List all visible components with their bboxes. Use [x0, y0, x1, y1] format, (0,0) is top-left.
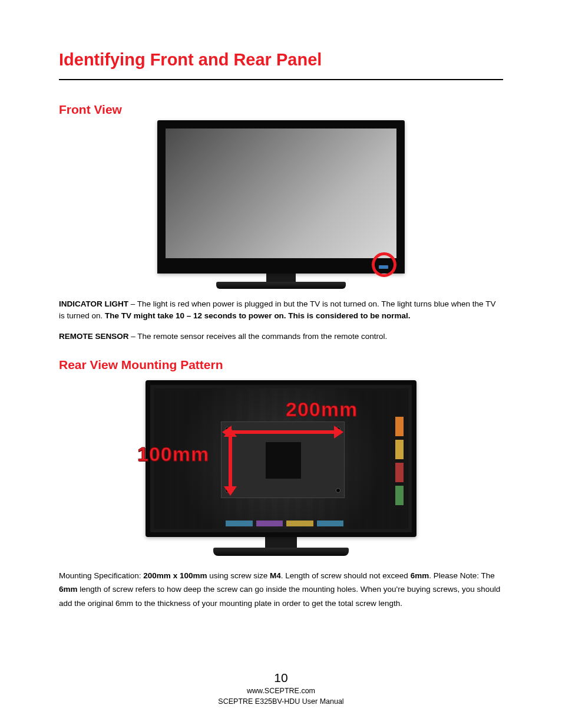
- page-footer: 10 www.SCEPTRE.com SCEPTRE E325BV-HDU Us…: [0, 671, 562, 707]
- side-ports: [395, 417, 404, 505]
- remote-sensor-label: REMOTE SENSOR: [59, 332, 129, 341]
- indicator-light-label: INDICATOR LIGHT: [59, 299, 128, 308]
- vertical-dimension-arrow-icon: [226, 433, 235, 490]
- spec-mid1: using screw size: [207, 571, 270, 580]
- spec-len1: 6mm: [411, 571, 429, 580]
- dimension-200mm-label: 200mm: [286, 398, 358, 421]
- dimension-100mm-label: 100mm: [137, 443, 209, 466]
- port-icon: [286, 521, 313, 526]
- tv-rear-stand-base: [213, 548, 349, 556]
- port-icon: [395, 440, 404, 459]
- spec-mid3: . Please Note: The: [429, 571, 495, 580]
- spec-suffix: length of screw refers to how deep the s…: [59, 585, 500, 608]
- front-view-figure: [59, 120, 503, 291]
- rear-view-heading: Rear View Mounting Pattern: [59, 358, 503, 372]
- spec-dims: 200mm x 100mm: [143, 571, 207, 580]
- tv-front-illustration: [157, 120, 405, 289]
- page-number: 10: [0, 671, 562, 685]
- tv-screen: [166, 129, 396, 258]
- port-icon: [395, 486, 404, 505]
- mount-inner-panel: [266, 442, 301, 479]
- rear-view-figure: 200mm 100mm: [59, 380, 503, 556]
- spec-screw: M4: [270, 571, 281, 580]
- remote-sensor-text: – The remote sensor receives all the com…: [129, 332, 388, 341]
- port-icon: [317, 521, 344, 526]
- port-icon: [395, 463, 404, 482]
- footer-url: www.SCEPTRE.com: [0, 686, 562, 697]
- title-divider: [59, 79, 503, 80]
- port-icon: [226, 521, 253, 526]
- tv-bottom-bar: [157, 258, 405, 274]
- bottom-ports: [226, 521, 343, 526]
- front-view-heading: Front View: [59, 103, 503, 117]
- tv-stand-base: [216, 282, 346, 289]
- remote-sensor-paragraph: REMOTE SENSOR – The remote sensor receiv…: [59, 331, 503, 342]
- port-icon: [256, 521, 283, 526]
- indicator-highlight-circle: [372, 252, 396, 277]
- indicator-light-bold: The TV might take 10 – 12 seconds to pow…: [105, 311, 410, 320]
- mount-hole-icon: [336, 488, 340, 493]
- mounting-spec-paragraph: Mounting Specification: 200mm x 100mm us…: [59, 569, 503, 611]
- footer-manual: SCEPTRE E325BV-HDU User Manual: [0, 697, 562, 707]
- horizontal-dimension-arrow-icon: [228, 427, 338, 437]
- page-title: Identifying Front and Rear Panel: [59, 50, 503, 70]
- tv-rear-stand-neck: [265, 537, 297, 548]
- tv-rear-illustration: 200mm 100mm: [146, 380, 416, 556]
- tv-bezel: [157, 120, 405, 274]
- tv-stand-neck: [266, 274, 296, 282]
- indicator-light-paragraph: INDICATOR LIGHT – The light is red when …: [59, 298, 503, 322]
- spec-prefix: Mounting Specification:: [59, 571, 143, 580]
- spec-len2: 6mm: [59, 585, 78, 594]
- spec-mid2: . Length of screw should not exceed: [281, 571, 411, 580]
- port-icon: [395, 417, 404, 436]
